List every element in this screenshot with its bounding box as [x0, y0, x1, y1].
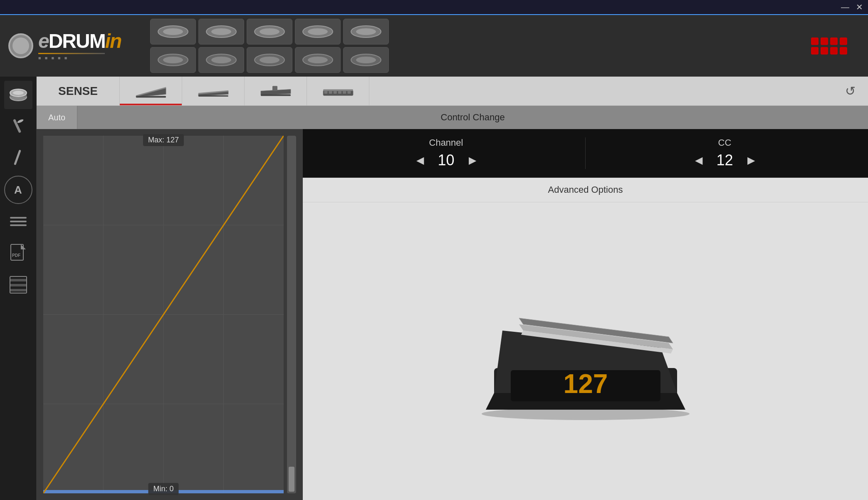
- svg-rect-34: [10, 284, 27, 286]
- control-change-title: Control Change: [77, 112, 868, 123]
- svg-text:127: 127: [563, 369, 608, 399]
- close-button[interactable]: ✕: [856, 3, 863, 11]
- sidebar-lines-icon: [10, 215, 27, 228]
- pedal-illustration: 127: [461, 281, 710, 422]
- logo-area: eDRUMin ■ ■ ■ ■ ■: [8, 31, 121, 60]
- svg-point-25: [17, 119, 24, 124]
- svg-rect-27: [10, 217, 27, 219]
- svg-rect-29: [10, 224, 27, 226]
- advanced-panel: Advanced Options: [303, 178, 868, 500]
- tab-module[interactable]: [307, 77, 369, 105]
- channel-left-arrow[interactable]: ◀: [413, 153, 427, 168]
- tab-sense[interactable]: SENSE: [37, 77, 120, 105]
- svg-point-11: [163, 57, 183, 63]
- drum-pad-8-icon: [253, 53, 286, 67]
- svg-rect-44: [272, 86, 277, 91]
- cc-control-row: ◀ 12 ▶: [692, 152, 758, 169]
- logo-tagline: ■ ■ ■ ■ ■: [38, 55, 121, 60]
- sidebar-item-lines[interactable]: [4, 207, 32, 236]
- sidebar-item-grid[interactable]: [4, 271, 32, 299]
- svg-rect-38: [136, 96, 166, 98]
- channel-control-group: Channel ◀ 10 ▶: [315, 137, 577, 169]
- svg-rect-41: [198, 95, 228, 97]
- svg-rect-48: [329, 91, 332, 94]
- svg-rect-26: [14, 149, 21, 165]
- sidebar-letter-a-text: A: [14, 184, 22, 197]
- cc-right-arrow[interactable]: ▶: [744, 153, 758, 168]
- sidebar-item-letter-a[interactable]: A: [4, 176, 32, 204]
- sidebar-pdf-icon: PDF: [10, 244, 27, 263]
- sidebar-item-stick2[interactable]: [4, 144, 32, 172]
- drum-pad-10[interactable]: [343, 47, 389, 73]
- drum-pad-6-icon: [156, 53, 190, 67]
- advanced-content: 127: [303, 202, 868, 500]
- svg-point-19: [356, 57, 376, 63]
- drum-pad-3[interactable]: [247, 19, 292, 45]
- sidebar-item-pdf[interactable]: PDF: [4, 239, 32, 267]
- sidebar-item-drum[interactable]: [4, 81, 32, 109]
- drum-pad-1[interactable]: [150, 19, 196, 45]
- midi-dot-1: [811, 37, 819, 45]
- curve-panel: Max: 127 Min: 0: [37, 129, 303, 500]
- logo-e-letter: e: [38, 30, 49, 52]
- sidebar-hihat-stick-icon: [8, 116, 29, 137]
- svg-rect-46: [323, 90, 353, 91]
- tab-hihat-pedal-icon: [259, 84, 292, 98]
- auto-button[interactable]: Auto: [37, 106, 77, 129]
- title-bar: — ✕: [0, 0, 868, 15]
- svg-point-15: [260, 57, 279, 63]
- cc-controls: Channel ◀ 10 ▶ CC ◀ 12: [303, 129, 868, 178]
- tab-pedal-flat[interactable]: [182, 77, 245, 105]
- curve-scrollbar[interactable]: [287, 136, 296, 493]
- svg-point-23: [13, 91, 24, 95]
- svg-rect-52: [347, 91, 351, 94]
- refresh-button[interactable]: ↺: [833, 77, 868, 105]
- logo-in-text: in: [105, 30, 121, 52]
- minimize-button[interactable]: —: [841, 3, 849, 11]
- drum-pad-10-icon: [349, 53, 383, 67]
- cc-control-group: CC ◀ 12 ▶: [594, 137, 856, 169]
- cc-value: 12: [712, 152, 737, 169]
- tab-hihat-pedal[interactable]: [245, 77, 307, 105]
- main-layout: A PDF: [0, 77, 868, 500]
- sidebar-drum-icon: [8, 85, 29, 105]
- drum-pad-row-top: [150, 19, 389, 45]
- midi-indicator: [811, 37, 847, 55]
- channel-right-arrow[interactable]: ▶: [465, 153, 480, 168]
- logo-drum-text: DRUM: [49, 30, 105, 52]
- svg-rect-47: [324, 91, 327, 94]
- channel-control-row: ◀ 10 ▶: [413, 152, 480, 169]
- scrollbar-thumb: [289, 467, 294, 492]
- drum-pad-2[interactable]: [198, 19, 244, 45]
- svg-rect-43: [261, 95, 291, 96]
- svg-point-9: [356, 28, 376, 35]
- drum-pad-1-icon: [156, 25, 190, 39]
- tab-module-icon: [321, 84, 355, 98]
- sidebar-grid-icon: [9, 276, 27, 294]
- drum-pad-5[interactable]: [343, 19, 389, 45]
- drum-pad-6[interactable]: [150, 47, 196, 73]
- cc-left-arrow[interactable]: ◀: [692, 153, 706, 168]
- content-area: SENSE: [37, 77, 868, 500]
- midi-dot-2: [821, 37, 828, 45]
- drum-pad-2-icon: [205, 25, 238, 39]
- drum-pad-9[interactable]: [295, 47, 341, 73]
- svg-point-3: [211, 28, 231, 35]
- sub-content: Auto Control Change Max: 127 Min: 0: [37, 106, 868, 500]
- curve-min-label: Min: 0: [148, 483, 178, 495]
- svg-text:PDF: PDF: [12, 253, 20, 258]
- svg-rect-50: [338, 91, 341, 94]
- sidebar-item-hihat-stick[interactable]: [4, 112, 32, 141]
- title-bar-buttons: — ✕: [841, 3, 863, 11]
- curve-chart[interactable]: [43, 136, 284, 493]
- svg-point-13: [211, 57, 231, 63]
- tab-pedal-angled[interactable]: [120, 77, 182, 105]
- app-header: eDRUMin ■ ■ ■ ■ ■: [0, 15, 868, 77]
- svg-rect-51: [343, 91, 346, 94]
- tab-pedal-angled-icon: [134, 84, 168, 98]
- drum-pad-7[interactable]: [198, 47, 244, 73]
- svg-rect-49: [333, 91, 336, 94]
- svg-point-7: [308, 28, 328, 35]
- drum-pad-4[interactable]: [295, 19, 341, 45]
- drum-pad-8[interactable]: [247, 47, 292, 73]
